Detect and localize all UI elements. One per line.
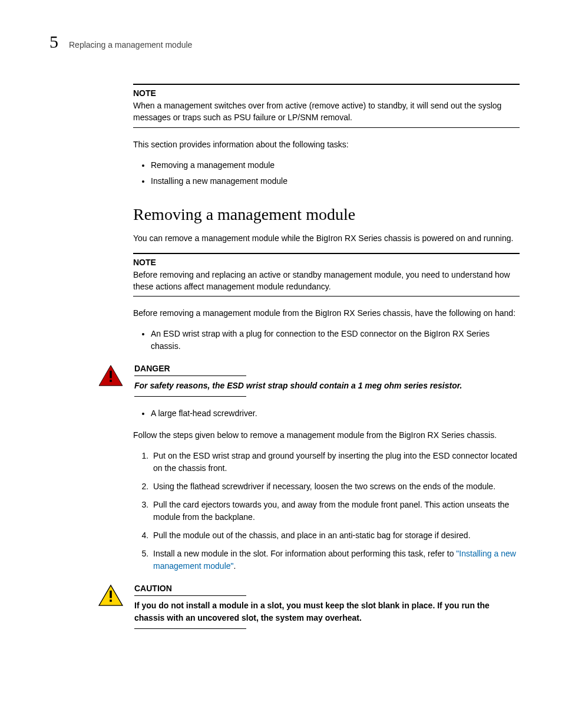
step-item: Put on the ESD wrist strap and ground yo… [151,450,520,475]
danger-text: For safety reasons, the ESD wrist strap … [134,380,520,391]
danger-icon [98,363,124,389]
danger-admonition: DANGER For safety reasons, the ESD wrist… [98,363,520,397]
list-item: Removing a management module [151,159,520,172]
note-block: NOTE When a management switches over fro… [133,84,520,128]
danger-label: DANGER [134,364,170,375]
intro-paragraph: This section provides information about … [133,139,520,151]
chapter-number: 5 [49,33,58,51]
steps-list: Put on the ESD wrist strap and ground yo… [133,450,520,572]
caution-icon [98,583,124,609]
step5-post: . [234,561,236,571]
list-item: A large flat-head screwdriver. [151,407,520,420]
caution-label: CAUTION [134,584,172,595]
running-header: 5 Replacing a management module [49,33,520,51]
header-title: Replacing a management module [69,40,192,50]
after-danger-bullet-list: A large flat-head screwdriver. [133,407,520,420]
step-item: Install a new module in the slot. For in… [151,548,520,572]
svg-rect-1 [110,371,112,378]
before-paragraph: Before removing a management module from… [133,307,520,319]
before-bullet-list: An ESD wrist strap with a plug for conne… [133,328,520,353]
section-intro-paragraph: You can remove a management module while… [133,232,520,245]
caution-admonition: CAUTION If you do not install a module i… [98,583,520,629]
document-page: 5 Replacing a management module NOTE Whe… [0,0,562,675]
intro-bullet-list: Removing a management module Installing … [133,159,520,187]
note-body: Before removing and replacing an active … [133,269,520,297]
follow-paragraph: Follow the steps given below to remove a… [133,429,520,442]
main-content: NOTE When a management switches over fro… [133,84,520,629]
danger-body: DANGER For safety reasons, the ESD wrist… [134,363,520,397]
svg-rect-5 [110,600,112,602]
svg-rect-2 [110,380,112,382]
step5-pre: Install a new module in the slot. For in… [153,549,456,558]
list-item: An ESD wrist strap with a plug for conne… [151,328,520,353]
note-block: NOTE Before removing and replacing an ac… [133,253,520,297]
svg-rect-4 [110,591,112,598]
step-item: Pull the module out of the chassis, and … [151,529,520,542]
step-item: Pull the card ejectors towards you, and … [151,499,520,523]
section-heading: Removing a management module [133,205,520,224]
note-label: NOTE [133,255,156,267]
note-label: NOTE [133,86,156,98]
note-body: When a management switches over from act… [133,100,520,128]
caution-text: If you do not install a module in a slot… [134,599,520,624]
step-item: Using the flathead screwdriver if necess… [151,480,520,493]
list-item: Installing a new management module [151,175,520,187]
caution-body: CAUTION If you do not install a module i… [134,583,520,629]
